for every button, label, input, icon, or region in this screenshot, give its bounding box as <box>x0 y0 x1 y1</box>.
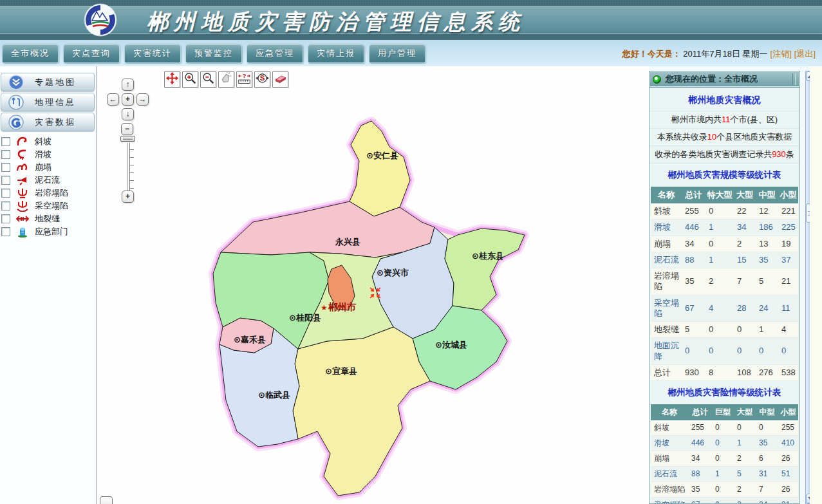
accordion-灾害数据[interactable]: 灾害数据 <box>1 113 95 131</box>
table-cell: 35 <box>688 482 712 498</box>
table-cell: 4 <box>705 295 734 322</box>
tab-灾害统计[interactable]: 灾害统计 <box>124 44 181 63</box>
zoom-slider-track[interactable] <box>127 143 130 191</box>
table-cell: 88 <box>682 252 705 268</box>
logout-link[interactable]: [注销] <box>771 49 792 59</box>
exit-link[interactable]: [退出] <box>794 49 816 59</box>
tab-灾情上报[interactable]: 灾情上报 <box>308 44 364 63</box>
table-row-地面沉降: 地面沉降00000 <box>651 338 798 365</box>
layer-label: 应急部门 <box>35 226 68 238</box>
table-row-滑坡: 滑坡446134186225 <box>651 219 798 236</box>
table-cell: 15 <box>734 252 756 268</box>
scale-tool-button[interactable]: S <box>254 71 270 88</box>
table-cell: 221 <box>778 203 798 219</box>
table-cell: 0 <box>705 338 734 365</box>
table-row-崩塌: 崩塌3402626 <box>651 451 798 467</box>
table-cell: 24 <box>756 295 778 322</box>
layer-label: 地裂缝 <box>35 213 60 225</box>
table-cell: 泥石流 <box>651 467 688 482</box>
table-cell: 4 <box>778 322 798 338</box>
accordion-专题地图[interactable]: 专题地图 <box>1 73 95 91</box>
location-dot-icon <box>653 75 661 84</box>
region-安仁县[interactable] <box>350 121 410 216</box>
table-cell: 采空塌陷 <box>651 498 688 504</box>
pan-right-button[interactable]: → <box>136 93 149 106</box>
region-桂东县[interactable] <box>445 229 525 310</box>
region-label-临武县: ⊙临武县 <box>258 390 290 400</box>
region-label-安仁县: ⊙安仁县 <box>366 151 398 160</box>
pan-center-button[interactable]: + <box>122 93 134 106</box>
tab-灾点查询[interactable]: 灾点查询 <box>63 44 120 63</box>
table-cell: 崩塌 <box>651 236 682 252</box>
region-宜章县[interactable] <box>293 327 430 496</box>
layer-checkbox[interactable] <box>1 150 10 159</box>
region-永兴县[interactable] <box>221 201 434 257</box>
zoom-in-icon <box>183 71 197 88</box>
table-cell: 35 <box>682 268 705 295</box>
accordion-label: 地理信息 <box>35 97 76 108</box>
identify-tool-button[interactable] <box>218 71 234 88</box>
layer-label: 滑坡 <box>35 149 51 160</box>
pan-tool-button[interactable] <box>164 71 180 88</box>
layer-checkbox[interactable] <box>1 214 10 223</box>
layer-checkbox[interactable] <box>1 163 10 172</box>
page-title: 郴州地质灾害防治管理信息系统 <box>147 8 525 37</box>
location-header: 您现在的位置：全市概况 <box>649 71 799 88</box>
pan-up-button[interactable]: ↑ <box>122 79 134 91</box>
table-row-泥石流: 泥石流88153151 <box>651 467 798 482</box>
tab-预警监控[interactable]: 预警监控 <box>185 44 242 63</box>
region-label-嘉禾县: ⊙嘉禾县 <box>234 335 266 344</box>
accordion-地理信息[interactable]: 地理信息 <box>1 93 95 111</box>
info-panel: 您现在的位置：全市概况 郴州地质灾害概况 郴州市境内共11个市(县、区)本系统共… <box>649 71 800 504</box>
table-row-采空塌陷: 采空塌陷67023431 <box>651 498 798 504</box>
table-cell: 0 <box>712 420 734 436</box>
left-sidebar: 专题地图地理信息灾害数据 斜坡滑坡崩塌泥石流岩溶塌陷采空塌陷地裂缝应急部门 <box>0 66 97 504</box>
clear-tool-button[interactable] <box>272 71 288 88</box>
region-map: ⊙安仁县永兴县⊙资兴市⊙桂东县⊙汝城县⊙宜章县⊙临武县⊙嘉禾县⊙桂阳县★郴州市 <box>105 71 648 504</box>
table-cell: 34 <box>734 219 756 236</box>
table-cell: 岩溶塌陷 <box>651 268 682 295</box>
table-cell: 0 <box>734 338 756 365</box>
tab-全市概况[interactable]: 全市概况 <box>2 44 59 63</box>
zoom-out-step-button[interactable]: − <box>121 123 133 135</box>
table-cell: 26 <box>778 482 798 498</box>
table-cell: 88 <box>688 467 712 482</box>
layer-row-岩溶塌陷: 岩溶塌陷 <box>0 187 96 200</box>
tab-用户管理[interactable]: 用户管理 <box>369 44 425 63</box>
scale-icon: S <box>256 71 269 88</box>
pan-left-button[interactable]: ← <box>107 93 119 106</box>
landslide-icon <box>15 149 30 160</box>
table-cell: 225 <box>778 219 798 236</box>
zoom-out-icon <box>201 71 215 88</box>
layer-checkbox[interactable] <box>1 137 10 146</box>
table-cell: 1 <box>705 252 734 268</box>
region-label-桂阳县: ⊙桂阳县 <box>289 313 321 322</box>
tab-应急管理[interactable]: 应急管理 <box>247 44 303 63</box>
table-cell: 276 <box>756 364 778 380</box>
layer-label: 采空塌陷 <box>35 200 68 212</box>
table-cell: 35 <box>756 252 778 268</box>
zoom-out-tool-button[interactable] <box>200 71 216 88</box>
main-navbar: 全市概况灾点查询灾害统计预警监控应急管理灾情上报用户管理 您好！今天是： 201… <box>0 40 822 68</box>
layer-checkbox[interactable] <box>1 189 10 198</box>
table-cell: 0 <box>712 436 734 451</box>
measure-tool-button[interactable]: ? <box>236 71 252 88</box>
layer-checkbox[interactable] <box>1 201 10 210</box>
map-viewport[interactable]: ⊙安仁县永兴县⊙资兴市⊙桂东县⊙汝城县⊙宜章县⊙临武县⊙嘉禾县⊙桂阳县★郴州市 … <box>97 66 649 504</box>
table-cell: 1 <box>712 467 734 482</box>
zoom-in-step-button[interactable]: + <box>122 191 134 203</box>
greeting-label: 您好！今天是： <box>622 49 681 59</box>
table2-title: 郴州地质灾害险情等级统计表 <box>649 381 799 404</box>
table-row-泥石流: 泥石流881153537 <box>651 252 798 268</box>
layer-checkbox[interactable] <box>1 227 10 236</box>
layer-checkbox[interactable] <box>1 176 10 185</box>
layer-label: 斜坡 <box>35 136 51 147</box>
table-cell: 255 <box>778 420 798 436</box>
table-cell: 1 <box>734 436 756 451</box>
zoom-in-tool-button[interactable] <box>182 71 198 88</box>
table-cell: 2 <box>705 268 734 295</box>
zoom-slider-thumb[interactable] <box>120 136 135 142</box>
table-row-地裂缝: 地裂缝50014 <box>651 322 798 338</box>
hidden-control-button[interactable] <box>100 496 113 504</box>
pan-down-button[interactable]: ↓ <box>122 108 134 120</box>
